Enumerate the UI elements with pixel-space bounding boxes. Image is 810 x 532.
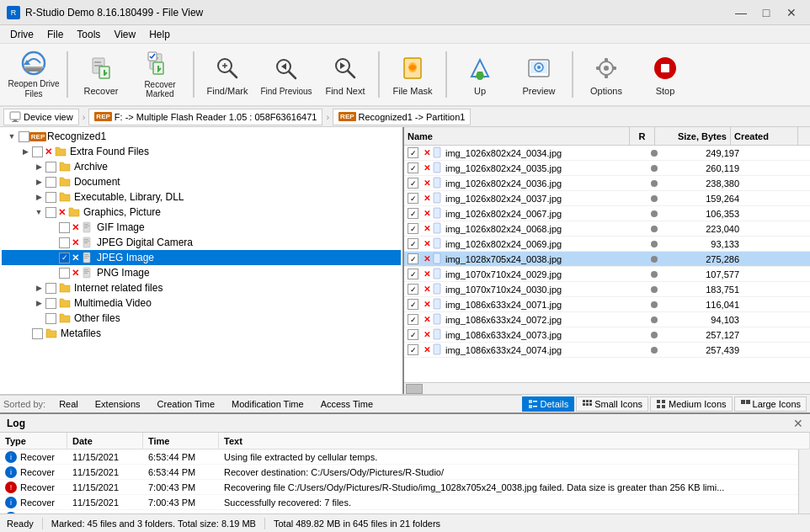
find-mark-button[interactable]: Find/Mark <box>199 47 256 102</box>
tree-item-internet[interactable]: ▶Internet related files <box>2 280 401 295</box>
sort-creation-time[interactable]: Creation Time <box>154 397 218 411</box>
tree-item-other[interactable]: Other files <box>2 311 401 326</box>
view-medium-icons-button[interactable]: Medium Icons <box>650 396 732 412</box>
expand-btn-document[interactable]: ▶ <box>32 175 45 189</box>
expand-btn-recognized1[interactable]: ▼ <box>5 130 19 143</box>
expand-btn-internet[interactable]: ▶ <box>32 281 45 295</box>
file-check-1[interactable] <box>408 147 418 158</box>
file-row-11[interactable]: ✕img_1086x633x24_0071.jpg116,041 <box>404 297 810 312</box>
log-row-1[interactable]: iRecover11/15/20216:53:44 PMUsing file e… <box>0 450 798 465</box>
tree-item-document[interactable]: ▶Document <box>2 174 401 189</box>
find-previous-button[interactable]: Find Previous <box>258 47 315 102</box>
expand-btn-executable[interactable]: ▶ <box>32 190 45 204</box>
expand-btn-extra-found[interactable]: ▶ <box>19 145 32 158</box>
partition-item[interactable]: REP Recognized1 -> Partition1 <box>333 109 471 125</box>
file-row-2[interactable]: ✕img_1026x802x24_0035.jpg260,119 <box>404 161 810 176</box>
log-row-2[interactable]: iRecover11/15/20216:53:44 PMRecover dest… <box>0 465 798 480</box>
checkbox-multimedia[interactable] <box>45 298 56 309</box>
file-check-8[interactable] <box>408 253 418 264</box>
tree-item-graphics[interactable]: ▼✕Graphics, Picture <box>2 205 401 220</box>
preview-button[interactable]: Preview <box>510 47 568 102</box>
expand-btn-archive[interactable]: ▶ <box>32 160 45 173</box>
checkbox-graphics[interactable] <box>45 207 56 218</box>
minimize-button[interactable]: — <box>729 4 753 21</box>
h-scroll[interactable] <box>404 382 810 394</box>
file-row-3[interactable]: ✕img_1026x802x24_0036.jpg238,380 <box>404 176 810 191</box>
sort-access-time[interactable]: Access Time <box>317 397 376 411</box>
find-next-button[interactable]: Find Next <box>317 47 374 102</box>
path-item[interactable]: REP F: -> Multiple Flash Reader 1.05 : 0… <box>88 109 322 125</box>
tree-item-extra-found[interactable]: ▶✕Extra Found Files <box>2 144 401 159</box>
tree-item-multimedia[interactable]: ▶Multimedia Video <box>2 295 401 311</box>
file-mask-button[interactable]: File Mask <box>384 47 441 102</box>
log-close-button[interactable]: ✕ <box>793 417 803 430</box>
log-scrollbar[interactable] <box>798 450 810 513</box>
expand-btn-multimedia[interactable]: ▶ <box>32 296 45 310</box>
col-name[interactable]: Name <box>404 127 630 145</box>
file-row-12[interactable]: ✕img_1086x633x24_0072.jpg94,103 <box>404 312 810 327</box>
device-view-button[interactable]: Device view <box>3 109 79 125</box>
menu-tools[interactable]: Tools <box>70 27 107 42</box>
up-button[interactable]: Up <box>451 47 509 102</box>
expand-btn-jpeg-image[interactable] <box>45 251 59 264</box>
file-check-6[interactable] <box>408 223 418 234</box>
file-row-5[interactable]: ✕img_1026x802x24_0067.jpg106,353 <box>404 206 810 221</box>
sort-real[interactable]: Real <box>56 397 82 411</box>
file-check-14[interactable] <box>408 344 418 355</box>
checkbox-extra-found[interactable] <box>32 146 43 157</box>
checkbox-jpeg-image[interactable]: ✓ <box>59 253 70 263</box>
options-button[interactable]: Options <box>578 47 635 102</box>
recover-marked-button[interactable]: Recover Marked <box>131 47 189 102</box>
file-check-5[interactable] <box>408 208 418 219</box>
log-row-4[interactable]: iRecover11/15/20217:00:43 PMSuccessfully… <box>0 495 798 510</box>
file-row-13[interactable]: ✕img_1086x633x24_0073.jpg257,127 <box>404 327 810 343</box>
file-check-10[interactable] <box>408 284 418 295</box>
file-check-13[interactable] <box>408 329 418 340</box>
menu-help[interactable]: Help <box>142 27 177 42</box>
expand-btn-jpeg-camera[interactable] <box>45 236 59 249</box>
tree-item-jpeg-camera[interactable]: ✕JPEG Digital Camera <box>2 235 401 250</box>
file-row-4[interactable]: ✕img_1026x802x24_0037.jpg159,264 <box>404 191 810 206</box>
file-check-9[interactable] <box>408 269 418 279</box>
file-row-1[interactable]: ✕img_1026x802x24_0034.jpg249,197 <box>404 146 810 161</box>
file-check-11[interactable] <box>408 299 418 310</box>
tree-item-executable[interactable]: ▶Executable, Library, DLL <box>2 189 401 205</box>
checkbox-gif[interactable] <box>59 222 70 233</box>
col-size[interactable]: Size, Bytes <box>655 127 731 145</box>
log-row-3[interactable]: !Recover11/15/20217:00:43 PMRecovering f… <box>0 480 798 495</box>
stop-button[interactable]: Stop <box>637 47 694 102</box>
file-check-12[interactable] <box>408 314 418 325</box>
file-row-9[interactable]: ✕img_1070x710x24_0029.jpg107,577 <box>404 267 810 282</box>
close-button[interactable]: ✕ <box>780 4 803 21</box>
expand-btn-metafiles[interactable] <box>19 327 32 340</box>
checkbox-metafiles[interactable] <box>32 328 43 339</box>
sort-extensions[interactable]: Extensions <box>92 397 144 411</box>
checkbox-executable[interactable] <box>45 192 56 203</box>
view-large-icons-button[interactable]: Large Icons <box>734 396 807 412</box>
checkbox-recognized1[interactable] <box>19 131 29 142</box>
checkbox-internet[interactable] <box>45 283 56 294</box>
file-row-8[interactable]: ✕img_1028x705x24_0038.jpg275,286 <box>404 252 810 267</box>
view-details-button[interactable]: Details <box>522 396 575 412</box>
menu-view[interactable]: View <box>107 27 142 42</box>
recover-button[interactable]: Recover <box>72 47 130 102</box>
view-small-icons-button[interactable]: Small Icons <box>576 396 648 412</box>
menu-drive[interactable]: Drive <box>3 27 40 42</box>
expand-btn-other[interactable] <box>32 311 45 325</box>
file-row-7[interactable]: ✕img_1026x802x24_0069.jpg93,133 <box>404 237 810 252</box>
file-row-10[interactable]: ✕img_1070x710x24_0030.jpg183,751 <box>404 282 810 297</box>
checkbox-other[interactable] <box>45 313 56 324</box>
window-controls[interactable]: — □ ✕ <box>729 4 803 21</box>
tree-item-gif[interactable]: ✕GIF Image <box>2 220 401 235</box>
file-check-4[interactable] <box>408 193 418 204</box>
file-check-7[interactable] <box>408 238 418 249</box>
tree-item-jpeg-image[interactable]: ✓✕JPEG Image <box>2 250 401 265</box>
file-row-6[interactable]: ✕img_1026x802x24_0068.jpg223,040 <box>404 221 810 237</box>
file-row-14[interactable]: ✕img_1086x633x24_0074.jpg257,439 <box>404 343 810 358</box>
col-created[interactable]: Created <box>731 127 798 145</box>
file-check-3[interactable] <box>408 178 418 189</box>
expand-btn-graphics[interactable]: ▼ <box>32 205 45 219</box>
expand-btn-gif[interactable] <box>45 221 59 234</box>
menu-file[interactable]: File <box>40 27 70 42</box>
checkbox-png[interactable] <box>59 268 70 279</box>
